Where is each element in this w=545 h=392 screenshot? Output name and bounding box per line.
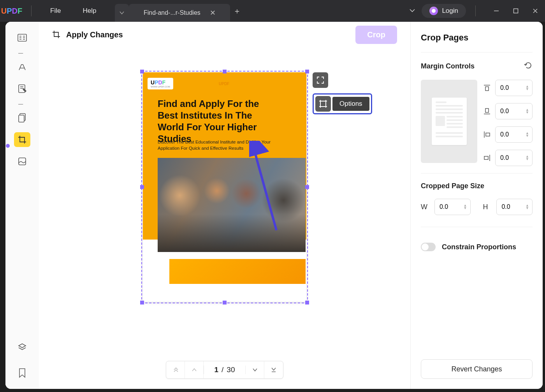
page-logo-badge: UPDFWWW.UPDF.COM [148, 78, 173, 89]
margin-left-icon [483, 131, 491, 138]
margin-controls-label: Margin Controls [421, 62, 475, 70]
svg-rect-13 [19, 115, 24, 122]
total-pages: 30 [227, 366, 235, 374]
add-tab-button[interactable]: ＋ [230, 0, 244, 22]
margin-left-input[interactable]: 0.0▲▼ [495, 126, 533, 143]
separator: – [18, 52, 26, 52]
svg-rect-2 [18, 34, 26, 41]
margin-preview [421, 80, 477, 163]
crop-icon [52, 30, 61, 39]
prev-page-button[interactable] [185, 361, 204, 378]
login-button[interactable]: Login [422, 4, 466, 18]
bookmark-icon[interactable] [14, 366, 30, 380]
height-label: H [483, 203, 491, 211]
svg-rect-21 [486, 133, 490, 136]
annotation-arrow [249, 141, 288, 234]
crop-tool-icon[interactable] [14, 132, 30, 147]
width-input[interactable]: 0.0▲▼ [434, 199, 471, 215]
page-indicator[interactable]: 1 / 30 [204, 366, 246, 374]
options-tooltip: Options [332, 97, 369, 111]
constrain-proportions-label: Constrain Proportions [442, 243, 516, 251]
highlight-tool-icon[interactable] [14, 60, 30, 74]
crop-panel: Crop Pages Margin Controls 0.0▲▼ [410, 22, 543, 389]
panel-title: Crop Pages [421, 33, 533, 43]
menu-file[interactable]: File [39, 7, 72, 15]
canvas: UPDFWWW.UPDF.COM UPDF Find and Apply For… [39, 47, 410, 389]
action-bar: Apply Changes Crop [39, 22, 410, 47]
tab-dropdown[interactable] [115, 4, 129, 22]
page-navigator: 1 / 30 [166, 361, 283, 379]
margin-bottom-icon [483, 108, 491, 115]
margin-bottom-input[interactable]: 0.0▲▼ [495, 103, 533, 119]
options-tool-group: Options [313, 93, 372, 114]
document-area: Apply Changes Crop UPDFWWW.UPDF.COM UPDF… [39, 22, 410, 389]
main-window: – – Apply Changes Crop UPDFWWW.UPDF.COM … [5, 22, 543, 389]
first-page-button[interactable] [166, 361, 185, 378]
cropped-size-label: Cropped Page Size [421, 182, 533, 190]
margin-top-icon [483, 84, 491, 91]
svg-rect-15 [320, 101, 326, 107]
revert-changes-button[interactable]: Revert Changes [421, 359, 533, 379]
close-button[interactable] [526, 0, 545, 22]
svg-rect-14 [19, 158, 26, 165]
separator: – [18, 103, 26, 103]
margin-right-input[interactable]: 0.0▲▼ [495, 150, 533, 166]
svg-rect-18 [485, 108, 489, 112]
menu-help[interactable]: Help [72, 7, 107, 15]
svg-rect-17 [485, 87, 489, 91]
margin-top-input[interactable]: 0.0▲▼ [495, 80, 533, 96]
document-tab[interactable]: Find-and-...r-Studies ✕ [129, 4, 230, 22]
reader-tool-icon[interactable] [14, 30, 30, 45]
close-icon[interactable]: ✕ [210, 9, 216, 17]
current-page: 1 [214, 366, 219, 374]
tab-label: Find-and-...r-Studies [144, 9, 200, 16]
reset-margins-icon[interactable] [524, 61, 533, 71]
next-page-button[interactable] [246, 361, 264, 378]
page-brand-text: UPDF [219, 82, 229, 86]
crop-button[interactable]: Crop [355, 26, 397, 44]
layers-icon[interactable] [14, 340, 30, 355]
minimize-button[interactable] [487, 0, 506, 22]
options-tool-button[interactable] [315, 96, 331, 112]
page-headline: Find and Apply For the Best Institutes I… [158, 98, 278, 145]
maximize-button[interactable] [506, 0, 526, 22]
height-input[interactable]: 0.0▲▼ [496, 199, 533, 215]
avatar-icon [429, 7, 438, 15]
margin-right-icon [483, 154, 491, 162]
indicator-dot [6, 144, 10, 148]
organize-tool-icon[interactable] [14, 110, 30, 125]
watermark-tool-icon[interactable] [14, 154, 30, 169]
titlebar: UPDF File Help Find-and-...r-Studies ✕ ＋… [0, 0, 545, 22]
login-label: Login [442, 7, 458, 15]
constrain-proportions-toggle[interactable] [421, 243, 436, 251]
last-page-button[interactable] [264, 361, 283, 378]
svg-rect-1 [514, 9, 518, 13]
fullscreen-tool-button[interactable] [313, 72, 328, 88]
svg-rect-22 [484, 156, 488, 159]
apply-changes-label: Apply Changes [66, 30, 123, 39]
app-logo: UPDF [0, 7, 23, 16]
chevron-down-icon[interactable] [409, 7, 418, 14]
width-label: W [421, 203, 429, 211]
edit-tool-icon[interactable] [14, 81, 30, 96]
left-toolbar: – – [5, 22, 39, 389]
